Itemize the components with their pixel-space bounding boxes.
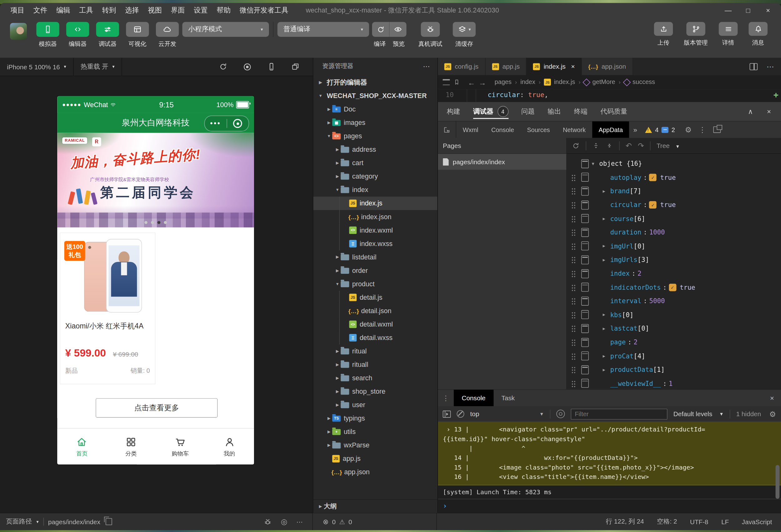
editor-tab-index-js[interactable]: JSindex.js× [527, 58, 582, 75]
eol[interactable]: LF [721, 518, 729, 525]
appdata-entry[interactable]: autoplay:✓true [567, 171, 781, 184]
panel-tab-问题[interactable]: 问题 [522, 102, 535, 121]
appdata-entry[interactable]: ▶kbs [0] [567, 308, 781, 321]
tree-item[interactable]: ▶打开的编辑器 [313, 76, 437, 89]
tree-item[interactable]: {…}detail.json [313, 304, 437, 317]
stop-icon[interactable] [242, 62, 252, 72]
language-mode[interactable]: JavaScript [742, 518, 772, 525]
carousel-dot[interactable] [164, 221, 167, 224]
compile-mode-select[interactable]: 普通编译 ▾ [277, 22, 369, 37]
exit-button[interactable] [227, 119, 248, 128]
menu-item[interactable]: 帮助 [212, 6, 235, 15]
device-select[interactable]: iPhone 5 100% 16 ▾ [0, 58, 73, 76]
redo-icon[interactable]: ↷ [638, 141, 644, 150]
toolbar-button-code[interactable]: 编辑器 [66, 22, 89, 48]
clear-cache-button[interactable]: ▾ 清缓存 [453, 22, 476, 48]
console-sidebar-icon[interactable] [443, 410, 451, 417]
tree-item[interactable]: ▶+utils [313, 425, 437, 439]
tree-item[interactable]: ▶≡Doc [313, 102, 437, 116]
checkbox-checked-icon[interactable]: ✓ [669, 283, 676, 291]
drag-handle[interactable] [571, 242, 576, 250]
tree-item[interactable]: ▶cart [313, 157, 437, 170]
message-icon[interactable] [662, 127, 668, 133]
drag-handle[interactable] [571, 352, 576, 360]
appdata-entry[interactable]: __webviewId__:1 [567, 376, 781, 389]
refresh-icon[interactable] [572, 142, 580, 150]
toolbar-button-upload[interactable]: 上传 [654, 22, 673, 47]
devtools-tab-console[interactable]: Console [485, 122, 521, 138]
undo-icon[interactable]: ↶ [626, 141, 632, 150]
appdata-entry[interactable]: ▶course [6] [567, 212, 781, 225]
carousel-dot[interactable] [151, 221, 154, 224]
device-frame-icon[interactable] [267, 62, 276, 71]
menu-item[interactable]: 转到 [98, 6, 121, 15]
indentation[interactable]: 空格: 2 [657, 517, 677, 526]
tree-item[interactable]: ▼index [313, 183, 437, 197]
list-icon[interactable] [443, 79, 450, 85]
appdata-entry[interactable]: ▶imgUrl [0] [567, 239, 781, 253]
settings-gear-icon[interactable]: ⚙ [685, 125, 692, 134]
editor-tab-app-json[interactable]: {…}app.json [582, 58, 633, 75]
panel-tab-调试器[interactable]: 调试器4 [473, 102, 508, 121]
multi-window-icon[interactable] [291, 62, 300, 71]
page-item[interactable]: pages/index/index [438, 154, 566, 170]
drag-handle[interactable] [571, 297, 576, 305]
forward-icon[interactable]: → [479, 78, 486, 86]
tree-item[interactable]: ▶category [313, 170, 437, 183]
user-avatar[interactable] [10, 23, 27, 40]
tabbar-item-home[interactable]: 首页 [57, 429, 106, 464]
appdata-entry[interactable]: ▶proCat [4] [567, 349, 781, 363]
carousel-dot[interactable] [158, 221, 161, 224]
menu-item[interactable]: 编辑 [52, 6, 75, 15]
tree-item[interactable]: Ξindex.wxss [313, 237, 437, 251]
carousel-dot[interactable] [144, 221, 148, 224]
tree-item[interactable]: {…}app.json [313, 466, 437, 479]
menu-item[interactable]: 选择 [121, 6, 143, 15]
panel-tab-终端[interactable]: 终端 [574, 102, 588, 121]
devtools-tab-appdata[interactable]: AppData [592, 122, 629, 138]
explorer-more-button[interactable]: ⋯ [423, 62, 430, 70]
copy-icon[interactable] [106, 518, 113, 525]
kebab-menu-icon[interactable]: ⋮ [699, 125, 706, 134]
expand-all-icon[interactable] [592, 142, 600, 149]
drag-handle[interactable] [571, 215, 576, 222]
tree-item[interactable]: ▶search [313, 371, 437, 385]
remote-debug-button[interactable]: 真机调试 [418, 22, 442, 48]
drag-handle[interactable] [571, 187, 576, 195]
appdata-entry[interactable]: duration:1000 [567, 225, 781, 239]
panel-tab-代码质量[interactable]: 代码质量 [601, 102, 627, 121]
tabbar-item-grid[interactable]: 分类 [107, 429, 156, 464]
menu-item[interactable]: 工具 [75, 6, 97, 15]
more-tabs-button[interactable]: » [629, 122, 641, 138]
collapse-all-icon[interactable] [606, 142, 613, 149]
breadcrumb-item[interactable]: getMore [584, 79, 615, 86]
toolbar-button-branch[interactable]: 版本管理 [684, 22, 708, 47]
cursor-position[interactable]: 行 122, 列 24 [606, 517, 644, 526]
statusbar-problems-section[interactable]: ⊗ 0 ⚠ 0 [313, 513, 437, 530]
tree-item[interactable]: {…}index.json [313, 210, 437, 224]
tree-item[interactable]: <>index.wxml [313, 224, 437, 237]
drag-handle[interactable] [571, 325, 576, 332]
appdata-entry[interactable]: indicatorDots:✓true [567, 280, 781, 294]
console-output[interactable]: › 13 | <navigator class="pr" url="../pro… [438, 422, 781, 513]
toolbar-button-bell[interactable]: 消息 [748, 22, 768, 47]
menu-item[interactable]: 项目 [6, 6, 29, 15]
menu-item[interactable]: 界面 [166, 6, 189, 15]
tree-item[interactable]: JSdetail.js [313, 291, 437, 304]
devtools-tab-network[interactable]: Network [557, 122, 592, 138]
log-levels-select[interactable]: Default levels ▼ [673, 410, 724, 418]
toolbar-button-layout[interactable]: 可视化 [126, 22, 149, 48]
bookmark-icon[interactable] [453, 79, 460, 86]
context-select[interactable]: top ▼ [470, 410, 544, 418]
drag-handle[interactable] [571, 311, 576, 318]
filter-input[interactable] [575, 410, 663, 417]
split-editor-icon[interactable] [750, 63, 758, 70]
toolbar-button-menu[interactable]: 详情 [719, 22, 738, 47]
tree-item[interactable]: ▶▦images [313, 116, 437, 129]
product-card[interactable]: 送100 礼包 [60, 233, 155, 384]
drag-handle[interactable] [571, 270, 576, 277]
collapse-panel-icon[interactable]: ∧ [748, 107, 753, 116]
hot-reload-toggle[interactable]: 热重载 开 ▾ [74, 58, 122, 76]
devtools-tab-wxml[interactable]: Wxml [456, 122, 485, 138]
checkbox-checked-icon[interactable]: ✓ [649, 201, 657, 209]
